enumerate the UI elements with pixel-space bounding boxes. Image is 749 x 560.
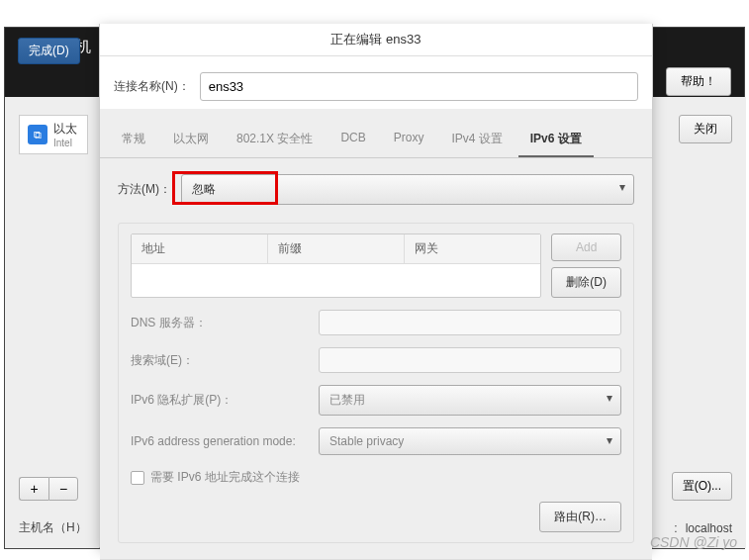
require-ipv6-checkbox[interactable] xyxy=(131,471,144,485)
connection-name-label: 连接名称(N)： xyxy=(114,78,190,95)
close-button[interactable]: 关闭 xyxy=(679,115,732,143)
tab-ipv4[interactable]: IPv4 设置 xyxy=(439,121,514,157)
add-device-button[interactable]: + xyxy=(19,477,48,501)
configure-button[interactable]: 置(O)... xyxy=(672,472,732,501)
privacy-select[interactable]: 已禁用 xyxy=(319,385,621,416)
address-table[interactable]: 地址 前缀 网关 xyxy=(131,233,541,298)
search-input[interactable] xyxy=(319,347,621,373)
genmode-label: IPv6 address generation mode: xyxy=(131,434,309,448)
hostname-label: 主机名（H） xyxy=(19,519,87,536)
hostname-value: localhost xyxy=(686,521,732,535)
col-gateway: 网关 xyxy=(405,234,540,263)
hostname-suffix: : xyxy=(674,521,677,535)
device-vendor: Intel xyxy=(53,138,77,148)
done-button[interactable]: 完成(D) xyxy=(18,38,80,64)
device-name: 以太 xyxy=(53,121,77,138)
tabs: 常规 以太网 802.1X 安全性 DCB Proxy IPv4 设置 IPv6… xyxy=(100,121,652,158)
method-select[interactable]: 忽略 xyxy=(181,174,634,205)
tab-ipv6[interactable]: IPv6 设置 xyxy=(518,121,594,157)
ethernet-icon: ⧉ xyxy=(28,125,47,144)
tab-proxy[interactable]: Proxy xyxy=(382,121,436,157)
remove-device-button[interactable]: − xyxy=(48,477,78,501)
add-address-button[interactable]: Add xyxy=(551,233,621,261)
watermark: CSDN @Zi yo xyxy=(650,534,737,550)
require-ipv6-label: 需要 IPv6 地址完成这个连接 xyxy=(150,469,300,486)
tab-general[interactable]: 常规 xyxy=(110,121,157,157)
connection-name-input[interactable] xyxy=(200,72,638,101)
col-prefix: 前缀 xyxy=(268,234,405,263)
tab-8021x[interactable]: 802.1X 安全性 xyxy=(225,121,325,157)
routes-button[interactable]: 路由(R)… xyxy=(539,502,621,532)
tab-dcb[interactable]: DCB xyxy=(328,121,377,157)
tab-ethernet[interactable]: 以太网 xyxy=(161,121,221,157)
dns-label: DNS 服务器： xyxy=(131,315,309,331)
device-card[interactable]: ⧉ 以太 Intel xyxy=(19,115,88,154)
dialog-title: 正在编辑 ens33 xyxy=(100,24,652,56)
col-address: 地址 xyxy=(132,234,268,263)
dns-input[interactable] xyxy=(319,310,621,335)
privacy-label: IPv6 隐私扩展(P)： xyxy=(131,392,309,409)
edit-connection-dialog: 正在编辑 ens33 连接名称(N)： 常规 以太网 802.1X 安全性 DC… xyxy=(99,24,653,548)
help-button[interactable]: 帮助！ xyxy=(666,67,731,96)
method-label: 方法(M)： xyxy=(118,181,171,198)
delete-address-button[interactable]: 删除(D) xyxy=(551,267,621,298)
search-label: 搜索域(E)： xyxy=(131,352,309,369)
genmode-select[interactable]: Stable privacy xyxy=(319,427,621,455)
